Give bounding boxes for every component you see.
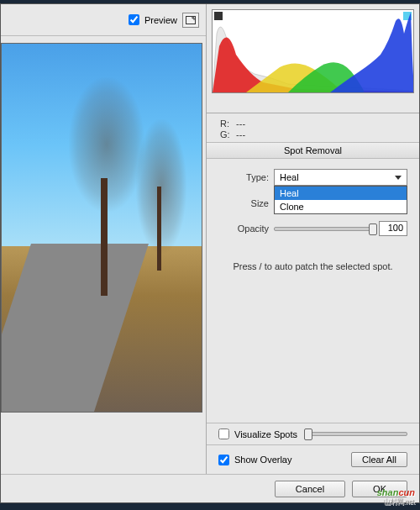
opacity-row: Opacity 100 <box>218 221 407 236</box>
fullscreen-icon[interactable] <box>182 13 199 28</box>
clear-all-button[interactable]: Clear All <box>351 452 407 467</box>
controls-group: Type: Heal Heal Clone Size <box>207 159 419 285</box>
type-option-heal[interactable]: Heal <box>275 187 407 200</box>
g-value: --- <box>236 129 249 140</box>
preview-label[interactable]: Preview <box>144 15 177 25</box>
preview-checkbox[interactable] <box>129 14 139 25</box>
opacity-slider[interactable] <box>274 227 374 231</box>
visualize-label[interactable]: Visualize Spots <box>234 429 297 439</box>
type-label: Type: <box>218 172 269 182</box>
chevron-down-icon <box>395 176 402 180</box>
type-dropdown[interactable]: Heal Heal Clone <box>274 169 407 186</box>
r-value: --- <box>236 118 249 129</box>
spacer <box>207 285 419 423</box>
preview-container <box>1 36 206 474</box>
overlay-label[interactable]: Show Overlay <box>234 455 291 465</box>
type-option-clone[interactable]: Clone <box>275 200 407 213</box>
size-label: Size <box>218 198 269 208</box>
rgb-readout: R: --- G: --- B: --- <box>207 113 419 142</box>
overlay-checkbox[interactable] <box>218 455 229 465</box>
preview-image[interactable] <box>1 43 202 413</box>
type-selected: Heal <box>280 172 299 182</box>
settings-pane: R: --- G: --- B: --- Spot Removal Type: … <box>207 4 419 474</box>
dialog-window: Preview <box>0 3 420 503</box>
preview-pane: Preview <box>1 4 207 474</box>
visualize-checkbox[interactable] <box>218 429 229 439</box>
opacity-value[interactable]: 100 <box>379 221 407 236</box>
dialog-buttons: Cancel OK <box>1 474 419 502</box>
cancel-button[interactable]: Cancel <box>275 481 345 497</box>
histogram[interactable] <box>212 9 414 93</box>
type-row: Type: Heal Heal Clone <box>218 169 407 186</box>
r-label: R: <box>220 118 234 129</box>
watermark: shancun 山村网.net <box>377 482 415 507</box>
preview-header: Preview <box>1 4 206 36</box>
opacity-label: Opacity <box>218 223 269 234</box>
panel-title: Spot Removal <box>207 142 419 159</box>
visualize-thumb[interactable] <box>304 429 312 440</box>
opacity-thumb[interactable] <box>369 223 377 235</box>
g-label: G: <box>220 129 234 140</box>
main-content: Preview <box>1 4 419 474</box>
visualize-slider[interactable] <box>307 432 407 436</box>
hint-text: Press / to auto patch the selected spot. <box>218 261 407 271</box>
type-dropdown-field[interactable]: Heal <box>274 169 407 186</box>
visualize-row: Visualize Spots <box>207 423 419 445</box>
type-dropdown-list: Heal Clone <box>274 186 407 214</box>
histogram-container <box>207 4 419 113</box>
overlay-row: Show Overlay Clear All <box>207 445 419 474</box>
